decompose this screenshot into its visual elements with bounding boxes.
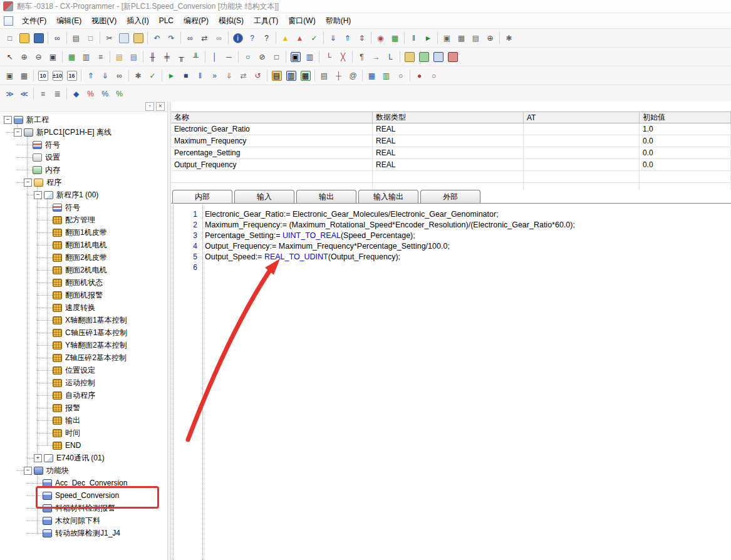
- tree-item[interactable]: 输出: [0, 414, 167, 427]
- io-table-icon[interactable]: ▦: [365, 68, 379, 83]
- zoom-in-icon[interactable]: ⊕: [17, 49, 31, 64]
- menu-item-insert[interactable]: 插入(I): [122, 15, 153, 26]
- plc-clock-icon[interactable]: ○: [393, 68, 408, 83]
- workspace-close-icon[interactable]: ×: [156, 102, 165, 111]
- contact-closed-icon[interactable]: ╪: [160, 49, 174, 64]
- local-symbols-icon[interactable]: ▤: [127, 49, 141, 64]
- variable-cell[interactable]: [524, 123, 640, 135]
- tree-item[interactable]: −功能块: [0, 464, 167, 477]
- zoom-fit-icon[interactable]: ▣: [46, 49, 60, 64]
- context-help-icon[interactable]: ?: [259, 31, 274, 45]
- tree-item[interactable]: −新程序1 (00): [0, 189, 167, 201]
- tree-item[interactable]: 自动程序: [0, 389, 167, 402]
- tree-collapse-icon[interactable]: −: [4, 116, 12, 124]
- variable-cell[interactable]: 0.0: [640, 159, 731, 170]
- info-icon[interactable]: i: [231, 31, 245, 45]
- symbol-table-icon[interactable]: ▤: [112, 49, 127, 64]
- tree-item[interactable]: 内存: [0, 163, 167, 176]
- variable-cell[interactable]: REAL: [373, 147, 524, 158]
- new-icon[interactable]: □: [3, 31, 17, 45]
- variable-cell[interactable]: REAL: [373, 159, 524, 170]
- variable-tab-3[interactable]: 输入输出: [358, 190, 418, 203]
- code-line[interactable]: 1Electronic_Gear_Ratio:= Electronic_Gear…: [171, 209, 731, 220]
- indent-increase-icon[interactable]: ≫: [3, 86, 17, 101]
- format-hex-icon[interactable]: 16: [65, 68, 79, 83]
- workspace-restore-icon[interactable]: ▫: [145, 102, 154, 111]
- variable-cell[interactable]: [524, 147, 640, 158]
- cross-reference-icon[interactable]: ┼: [331, 68, 346, 83]
- variable-cell[interactable]: [373, 171, 524, 182]
- window-tile-icon[interactable]: ▦: [454, 31, 469, 45]
- monitor-data-icon[interactable]: ⇓: [98, 68, 112, 83]
- sim-run-icon[interactable]: ►: [164, 68, 179, 83]
- format-decimal-icon[interactable]: 10: [36, 68, 50, 83]
- variable-cell[interactable]: [524, 171, 640, 182]
- io-comment-icon[interactable]: [417, 49, 431, 64]
- find-replace-icon[interactable]: ⇄: [197, 31, 212, 45]
- pause-monitor-icon[interactable]: ‖: [407, 31, 421, 45]
- coil-open-icon[interactable]: ○: [241, 49, 255, 64]
- tree-item-speed-conversion[interactable]: Speed_Conversion: [0, 489, 167, 502]
- tree-item[interactable]: END: [0, 439, 167, 452]
- tree-item[interactable]: Acc_Dec_Conversion: [0, 477, 167, 489]
- code-line[interactable]: 4Output_Frequency:= Maximum_Frequency*Pe…: [171, 241, 731, 252]
- watch-window-icon[interactable]: ▤: [469, 31, 483, 45]
- variable-tab-0[interactable]: 内部: [172, 190, 232, 203]
- compare-with-plc-icon[interactable]: ⇕: [355, 31, 369, 45]
- grid-icon[interactable]: ▦: [65, 49, 79, 64]
- menu-item-plc[interactable]: PLC: [154, 15, 179, 26]
- print-icon[interactable]: ▤: [69, 31, 83, 45]
- upload-from-plc-icon[interactable]: ⇑: [340, 31, 355, 45]
- variable-cell[interactable]: 0.0: [640, 135, 731, 147]
- tree-item[interactable]: 翻面2机电机: [0, 264, 167, 276]
- code-line[interactable]: 5Output_Speed:= REAL_TO_UDINT(Output_Fre…: [171, 252, 731, 262]
- redo-icon[interactable]: ↷: [164, 31, 179, 45]
- find-in-files-icon[interactable]: ∞: [50, 31, 65, 45]
- variable-row[interactable]: Maximum_FrequencyREAL0.0: [171, 135, 731, 147]
- tree-item[interactable]: 翻面1机皮带: [0, 226, 167, 239]
- tree-item[interactable]: +E740通讯 (01): [0, 452, 167, 464]
- variable-cell[interactable]: Maximum_Frequency: [171, 135, 373, 147]
- tree-item[interactable]: 位置设定: [0, 364, 167, 376]
- tree-item[interactable]: 报警: [0, 402, 167, 414]
- new-window-icon[interactable]: ▣: [3, 68, 17, 83]
- code-line[interactable]: 6: [171, 262, 731, 273]
- st-code-editor[interactable]: 1Electronic_Gear_Ratio:= Electronic_Gear…: [171, 205, 731, 560]
- set-value-icon[interactable]: ⇑: [83, 68, 98, 83]
- tree-item[interactable]: Y轴翻面2基本控制: [0, 339, 167, 351]
- fb-invocation-icon[interactable]: ▣: [288, 49, 303, 64]
- tree-item[interactable]: −新工程: [0, 113, 167, 126]
- variable-cell[interactable]: [171, 171, 373, 182]
- warning-icon[interactable]: ▲: [278, 31, 293, 45]
- line-delete-icon[interactable]: ╳: [336, 49, 350, 64]
- tree-item[interactable]: 木纹间隙下料: [0, 514, 167, 527]
- copy-icon[interactable]: [117, 31, 131, 45]
- menu-item-window[interactable]: 窗口(W): [283, 15, 320, 26]
- tree-item[interactable]: 符号: [0, 138, 167, 151]
- download-to-plc-icon[interactable]: ⇓: [326, 31, 340, 45]
- variable-tab-4[interactable]: 外部: [420, 190, 480, 203]
- tree-item[interactable]: C轴压碎1基本控制: [0, 326, 167, 339]
- tree-item[interactable]: 翻面机状态: [0, 276, 167, 289]
- partial-transfer-icon[interactable]: ▦: [298, 68, 313, 83]
- variable-cell[interactable]: REAL: [373, 135, 524, 147]
- error-block-icon[interactable]: [445, 49, 460, 64]
- variable-row[interactable]: Percentage_SettingREAL0.0: [171, 147, 731, 159]
- tree-item[interactable]: −程序: [0, 176, 167, 189]
- align-list-alt-icon[interactable]: ≣: [50, 86, 65, 101]
- zoom-icon[interactable]: ⊕: [483, 31, 497, 45]
- align-list-icon[interactable]: ≡: [36, 86, 50, 101]
- menu-item-tools[interactable]: 工具(T): [249, 15, 283, 26]
- jump-icon[interactable]: →: [369, 49, 383, 64]
- variable-cell[interactable]: Percentage_Setting: [171, 147, 373, 158]
- tree-item[interactable]: 设置: [0, 151, 167, 163]
- variable-cell[interactable]: Electronic_Gear_Ratio: [171, 123, 373, 135]
- variable-tab-1[interactable]: 输入: [234, 190, 294, 203]
- help-icon[interactable]: ?: [245, 31, 259, 45]
- tree-item[interactable]: 符号: [0, 201, 167, 214]
- label-icon[interactable]: L: [383, 49, 398, 64]
- force-off-icon[interactable]: ○: [427, 68, 441, 83]
- coil-closed-icon[interactable]: ⊘: [255, 49, 269, 64]
- menu-item-help[interactable]: 帮助(H): [321, 15, 356, 26]
- horizontal-line-icon[interactable]: ─: [222, 49, 236, 64]
